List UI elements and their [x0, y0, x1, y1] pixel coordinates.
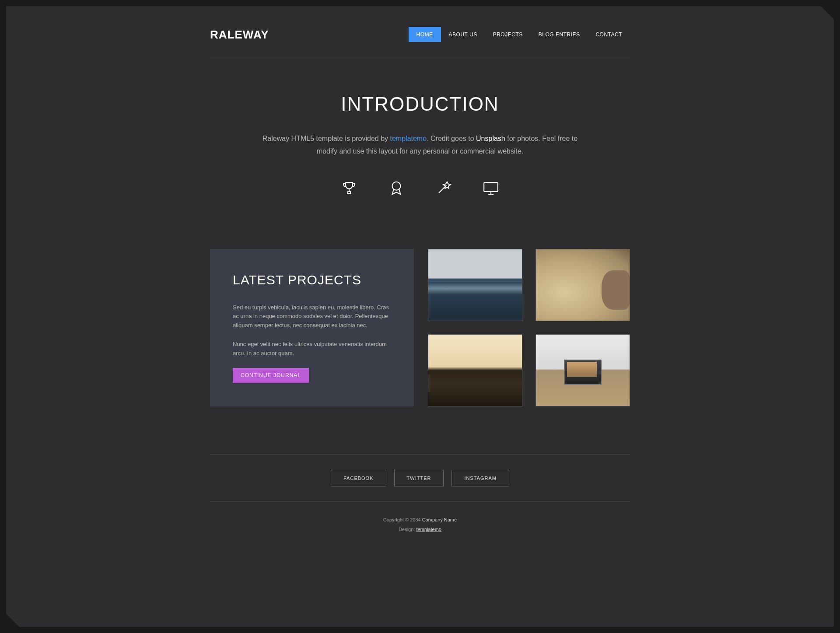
design-credit: Design: templatemo: [210, 525, 630, 534]
project-thumb-1[interactable]: [428, 249, 522, 321]
project-thumb-2[interactable]: [536, 249, 630, 321]
intro-section: INTRODUCTION Raleway HTML5 template is p…: [210, 58, 630, 249]
logo[interactable]: RALEWAY: [210, 28, 269, 42]
intro-title: INTRODUCTION: [210, 93, 630, 115]
copy-text: Copyright © 2084: [383, 517, 422, 522]
badge-icon: [388, 180, 405, 196]
project-thumb-3[interactable]: [428, 334, 522, 406]
site-header: RALEWAY HOME ABOUT US PROJECTS BLOG ENTR…: [210, 6, 630, 58]
facebook-link[interactable]: FACEBOOK: [331, 470, 386, 486]
trophy-icon: [341, 180, 357, 196]
nav-about-us[interactable]: ABOUT US: [441, 27, 485, 42]
projects-para-2: Nunc eget velit nec felis ultrices vulpu…: [233, 340, 391, 358]
svg-rect-1: [484, 182, 498, 192]
intro-lead-a: Raleway HTML5 template is provided by: [262, 135, 390, 142]
projects-title: LATEST PROJECTS: [233, 273, 391, 287]
footer-bottom: Copyright © 2084 Company Name Design: te…: [210, 501, 630, 534]
monitor-icon: [483, 180, 499, 196]
twitter-link[interactable]: TWITTER: [394, 470, 444, 486]
svg-point-0: [392, 182, 401, 190]
projects-para-1: Sed eu turpis vehicula, iaculis sapien e…: [233, 303, 391, 330]
nav-blog-entries[interactable]: BLOG ENTRIES: [531, 27, 588, 42]
instagram-link[interactable]: INSTAGRAM: [452, 470, 509, 486]
projects-grid: [428, 249, 630, 406]
nav-projects[interactable]: PROJECTS: [485, 27, 531, 42]
company-name: Company Name: [422, 517, 457, 522]
copyright: Copyright © 2084 Company Name: [210, 515, 630, 525]
design-label: Design:: [399, 527, 416, 532]
wand-icon: [435, 180, 452, 196]
nav-home[interactable]: HOME: [409, 27, 441, 42]
continue-journal-button[interactable]: CONTINUE JOURNAL: [233, 368, 309, 383]
unsplash-link[interactable]: Unsplash: [476, 135, 505, 142]
design-link[interactable]: templatemo: [416, 527, 441, 532]
intro-lead-b: Credit goes to: [429, 135, 476, 142]
intro-text: Raleway HTML5 template is provided by te…: [254, 133, 586, 158]
social-links: FACEBOOK TWITTER INSTAGRAM: [210, 470, 630, 486]
main-nav: HOME ABOUT US PROJECTS BLOG ENTRIES CONT…: [409, 27, 630, 42]
templatemo-link[interactable]: templatemo: [390, 135, 427, 142]
nav-contact[interactable]: CONTACT: [588, 27, 630, 42]
projects-section: LATEST PROJECTS Sed eu turpis vehicula, …: [210, 249, 630, 406]
projects-panel: LATEST PROJECTS Sed eu turpis vehicula, …: [210, 249, 414, 406]
site-footer: FACEBOOK TWITTER INSTAGRAM Copyright © 2…: [210, 455, 630, 534]
icon-row: [210, 180, 630, 196]
project-thumb-4[interactable]: [536, 334, 630, 406]
